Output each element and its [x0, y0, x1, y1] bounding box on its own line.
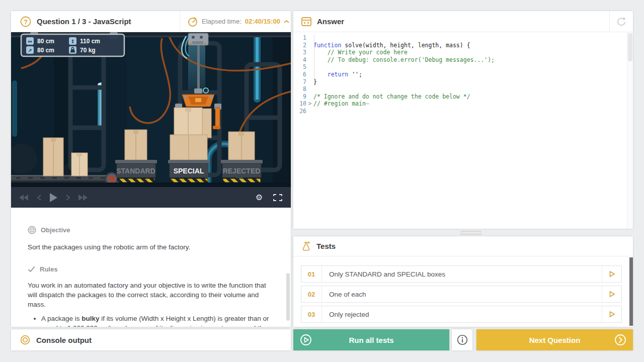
- editor-scrollbar[interactable]: [627, 32, 633, 229]
- step-back-button[interactable]: [37, 195, 41, 201]
- svg-text:?: ?: [24, 18, 28, 25]
- play-outline-icon: [608, 290, 616, 298]
- question-title-group: ? Question 1 / 3 - JavaScript: [11, 11, 180, 32]
- fold-marker[interactable]: >: [306, 100, 313, 108]
- timer-icon: [187, 16, 198, 27]
- info-button[interactable]: [452, 329, 472, 350]
- test-number: 01: [301, 266, 322, 282]
- rules-title: Rules: [40, 265, 57, 273]
- play-outline-icon: [608, 270, 616, 278]
- answer-panel: Answer 1 2function solve(width, height, …: [293, 11, 633, 229]
- chevron-circle-icon: [614, 334, 626, 346]
- answer-title: Answer: [317, 17, 344, 26]
- question-panel: ? Question 1 / 3 - JavaScript Elapsed ti…: [11, 11, 291, 327]
- tests-title: Tests: [316, 242, 336, 250]
- run-test-3-button[interactable]: [602, 306, 621, 322]
- play-outline-icon: [608, 310, 616, 318]
- run-all-tests-button[interactable]: Run all tests: [293, 329, 449, 350]
- length-arrow-icon: ↗: [28, 48, 32, 53]
- tests-scrollbar[interactable]: [629, 257, 633, 326]
- objective-text: Sort the packages using the robotic arm …: [28, 242, 272, 252]
- question-title: Question 1 / 3 - JavaScript: [37, 17, 131, 26]
- test-label: Only STANDARD and SPECIAL boxes: [322, 266, 602, 282]
- player-controls: ⚙: [11, 187, 291, 208]
- test-row-1[interactable]: 01 Only STANDARD and SPECIAL boxes: [301, 265, 622, 283]
- tests-list: 01 Only STANDARD and SPECIAL boxes 02 On…: [293, 256, 633, 327]
- skip-back-button[interactable]: [19, 195, 29, 201]
- console-target-icon: [20, 335, 30, 345]
- standard-label: STANDARD: [116, 167, 155, 175]
- statement-section: Objective Sort the packages using the ro…: [11, 208, 291, 327]
- tests-header: Tests: [293, 236, 633, 256]
- chevron-up-icon: [284, 20, 289, 23]
- objective-title: Objective: [41, 226, 70, 234]
- hud-width: 80 cm: [37, 38, 54, 45]
- step-forward-button[interactable]: [66, 195, 70, 201]
- elapsed-value: 02:40/15:00: [245, 18, 280, 25]
- hud-mass: 70 kg: [80, 47, 96, 54]
- statement-scrollbar[interactable]: [286, 273, 290, 321]
- factory-scene: STANDARD SPECIAL REJECTED: [11, 32, 291, 187]
- reset-code-button[interactable]: [609, 11, 633, 32]
- special-label: SPECIAL: [174, 167, 204, 175]
- test-row-2[interactable]: 02 One of each: [301, 286, 622, 303]
- rules-heading: Rules: [28, 265, 272, 273]
- play-circle-icon: [300, 334, 312, 346]
- check-icon: [28, 266, 35, 273]
- play-button[interactable]: [50, 193, 57, 202]
- settings-gear-icon[interactable]: ⚙: [256, 194, 263, 202]
- console-output-label: Console output: [36, 336, 92, 344]
- skip-forward-button[interactable]: [78, 195, 88, 201]
- answer-header: Answer: [293, 11, 633, 32]
- reset-icon: [616, 16, 627, 27]
- hud-length: 80 cm: [37, 47, 54, 54]
- height-arrow-icon: ↕: [70, 39, 74, 44]
- test-number: 02: [301, 286, 322, 302]
- next-question-label: Next Question: [529, 336, 581, 344]
- indent-guide: [314, 35, 314, 85]
- question-circle-icon: ?: [20, 16, 31, 27]
- hud-height: 110 cm: [80, 38, 100, 45]
- elapsed-time-toggle[interactable]: Elapsed time: 02:40/15:00: [180, 11, 291, 32]
- code-editor[interactable]: 1 2function solve(width, height, length,…: [293, 32, 633, 229]
- test-row-3[interactable]: 03 Only rejected: [301, 306, 622, 323]
- rules-intro: You work in an automated factory and you…: [28, 281, 272, 309]
- rejected-label: REJECTED: [223, 167, 261, 175]
- game-viewer: STANDARD SPECIAL REJECTED: [11, 32, 291, 187]
- rule-bulky: A package is bulky if its volume (Width …: [41, 314, 272, 327]
- tests-panel: Tests 01 Only STANDARD and SPECIAL boxes…: [293, 236, 633, 327]
- objective-heading: Objective: [28, 226, 272, 234]
- fullscreen-icon[interactable]: [273, 194, 283, 202]
- next-question-button[interactable]: Next Question: [476, 329, 633, 350]
- panel-resize-handle[interactable]: [460, 231, 481, 235]
- package-hud: ↔ 80 cm ↕ 110 cm ↗ 80 cm 70 kg: [21, 32, 124, 56]
- info-icon: [457, 334, 468, 345]
- test-label: Only rejected: [322, 306, 602, 322]
- flask-icon: [301, 241, 311, 251]
- width-arrow-icon: ↔: [28, 39, 32, 44]
- bullseye-icon: [28, 226, 36, 234]
- console-output-bar[interactable]: Console output: [11, 329, 291, 350]
- run-all-tests-label: Run all tests: [349, 336, 393, 344]
- test-label: One of each: [322, 286, 602, 302]
- rules-list: A package is bulky if its volume (Width …: [28, 314, 272, 327]
- code-window-icon: [301, 17, 311, 26]
- elapsed-label: Elapsed time:: [202, 18, 242, 25]
- run-test-2-button[interactable]: [602, 286, 621, 302]
- question-header: ? Question 1 / 3 - JavaScript Elapsed ti…: [11, 11, 291, 32]
- test-number: 03: [301, 306, 322, 322]
- run-test-1-button[interactable]: [602, 266, 621, 282]
